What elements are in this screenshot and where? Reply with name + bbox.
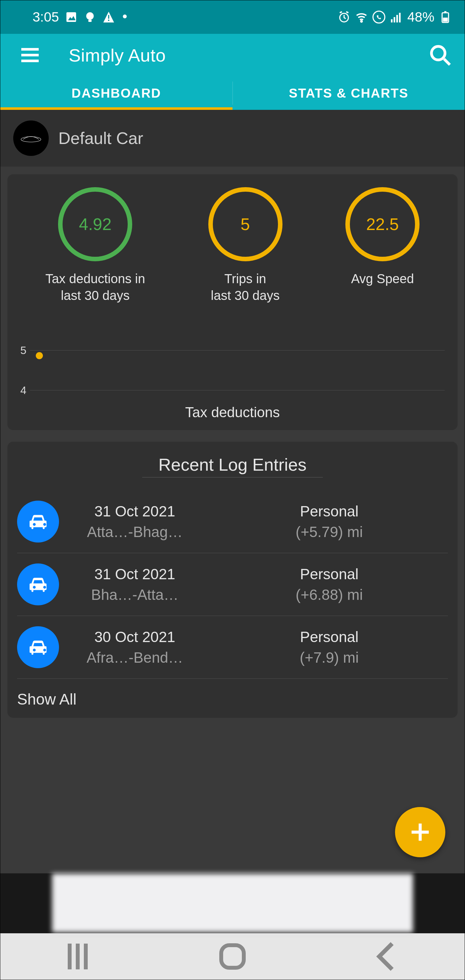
wifi-calling-icon: [372, 11, 385, 24]
ad-banner[interactable]: [52, 873, 413, 933]
vehicle-selector[interactable]: Default Car: [0, 110, 465, 167]
log-title-underline: [142, 477, 323, 477]
stat-value-tax: 4.92: [79, 215, 112, 234]
log-date: 31 Oct 2021: [75, 565, 195, 583]
stat-label-trips: Trips in last 30 days: [208, 270, 283, 304]
alarm-icon: [338, 11, 350, 24]
svg-rect-14: [396, 15, 398, 22]
svg-line-8: [340, 11, 342, 13]
chart-caption: Tax deductions: [20, 404, 445, 420]
signal-icon: [390, 11, 403, 24]
svg-rect-15: [399, 13, 401, 22]
chart-ylabel-4: 4: [20, 384, 26, 396]
tab-dashboard[interactable]: DASHBOARD: [0, 76, 232, 110]
chart-body: 5 4: [20, 342, 445, 394]
log-list: 31 Oct 2021 Atta…-Bhag… Personal (+5.79)…: [17, 490, 448, 679]
stats-row: 4.92 Tax deductions in last 30 days 5 Tr…: [14, 187, 451, 304]
log-card: Recent Log Entries 31 Oct 2021 Atta…-Bha…: [7, 442, 458, 718]
svg-point-22: [431, 46, 445, 60]
log-distance: (+7.9) mi: [211, 649, 448, 666]
tab-stats-charts[interactable]: STATS & CHARTS: [233, 76, 465, 110]
svg-line-9: [346, 11, 348, 13]
log-title: Recent Log Entries: [17, 455, 448, 474]
show-all-button[interactable]: Show All: [17, 690, 77, 708]
log-item[interactable]: 31 Oct 2021 Bha…-Atta… Personal (+6.88) …: [17, 553, 448, 616]
car-icon: [17, 626, 59, 668]
system-nav-bar: [0, 933, 465, 980]
ad-strip: [0, 873, 465, 933]
bulb-icon: [83, 11, 96, 24]
back-button[interactable]: [368, 943, 407, 969]
chart-area: 5 4 Tax deductions: [14, 342, 451, 420]
svg-rect-17: [444, 11, 447, 13]
log-route: Bha…-Atta…: [75, 586, 195, 603]
status-time: 3:05: [33, 10, 59, 25]
status-right: 48%: [338, 10, 452, 25]
log-date: 31 Oct 2021: [75, 503, 195, 520]
svg-rect-5: [108, 15, 109, 19]
chart-gridline-4: [30, 390, 445, 390]
svg-rect-3: [88, 20, 91, 22]
phone-frame: 3:05 48%: [0, 0, 465, 980]
menu-button[interactable]: [18, 43, 42, 67]
vehicle-avatar[interactable]: [13, 121, 49, 156]
content-area: 4.92 Tax deductions in last 30 days 5 Tr…: [0, 167, 465, 873]
stat-value-trips: 5: [241, 215, 250, 234]
wifi-icon: [355, 11, 368, 24]
svg-point-24: [21, 137, 41, 142]
svg-point-6: [108, 20, 109, 21]
car-icon: [17, 563, 59, 605]
svg-rect-30: [221, 945, 244, 968]
status-bar: 3:05 48%: [0, 0, 465, 34]
stats-card: 4.92 Tax deductions in last 30 days 5 Tr…: [7, 174, 458, 430]
stat-ring-tax: 4.92: [58, 187, 132, 261]
log-route: Atta…-Bhag…: [75, 523, 195, 541]
battery-percent: 48%: [407, 10, 435, 25]
stat-ring-trips: 5: [208, 187, 283, 261]
log-type: Personal: [211, 503, 448, 520]
battery-icon: [439, 11, 452, 24]
svg-line-23: [444, 59, 450, 65]
stat-label-tax: Tax deductions in last 30 days: [45, 270, 145, 304]
fab-add-button[interactable]: [395, 807, 445, 857]
stat-label-speed: Avg Speed: [345, 270, 420, 287]
log-route: Afra…-Bend…: [75, 649, 195, 666]
chart-gridline-5: [30, 350, 445, 350]
stat-avg-speed[interactable]: 22.5 Avg Speed: [345, 187, 420, 304]
fuel-warning-icon: [102, 11, 115, 24]
stat-value-speed: 22.5: [366, 215, 399, 234]
svg-point-11: [373, 11, 385, 23]
svg-rect-13: [394, 17, 395, 22]
svg-point-2: [86, 12, 94, 20]
svg-point-10: [361, 21, 362, 22]
status-left: 3:05: [33, 10, 129, 25]
car-icon: [17, 501, 59, 542]
tab-stats-label: STATS & CHARTS: [289, 86, 409, 100]
log-distance: (+6.88) mi: [211, 586, 448, 603]
stat-tax-deductions[interactable]: 4.92 Tax deductions in last 30 days: [45, 187, 145, 304]
stat-ring-speed: 22.5: [345, 187, 420, 261]
tab-bar: DASHBOARD STATS & CHARTS: [0, 76, 465, 110]
search-button[interactable]: [428, 43, 452, 67]
app-bar: Simply Auto: [0, 34, 465, 76]
log-date: 30 Oct 2021: [75, 628, 195, 646]
image-icon: [65, 11, 78, 24]
log-item[interactable]: 30 Oct 2021 Afra…-Bend… Personal (+7.9) …: [17, 616, 448, 679]
log-type: Personal: [211, 565, 448, 583]
home-button[interactable]: [213, 943, 252, 969]
log-type: Personal: [211, 628, 448, 646]
log-distance: (+5.79) mi: [211, 523, 448, 541]
stat-trips[interactable]: 5 Trips in last 30 days: [208, 187, 283, 304]
recents-button[interactable]: [58, 943, 97, 969]
svg-rect-12: [391, 19, 392, 22]
tab-dashboard-label: DASHBOARD: [72, 86, 161, 100]
svg-rect-0: [66, 12, 76, 22]
chart-ylabel-5: 5: [20, 344, 26, 356]
vehicle-name: Default Car: [58, 129, 143, 148]
chart-data-point: [36, 352, 43, 359]
log-item[interactable]: 31 Oct 2021 Atta…-Bhag… Personal (+5.79)…: [17, 490, 448, 553]
app-title: Simply Auto: [69, 45, 428, 66]
more-indicator-dot: [123, 14, 127, 18]
svg-rect-18: [443, 18, 448, 22]
